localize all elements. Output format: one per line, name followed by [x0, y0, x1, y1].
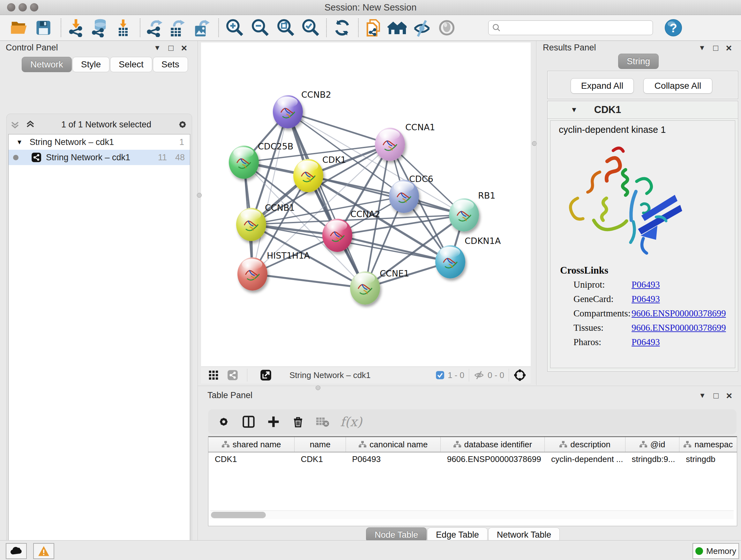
help-button[interactable]: ?: [664, 17, 683, 38]
export-table-button[interactable]: [167, 17, 186, 38]
cell-database-identifier: 9606.ENSP00000378699: [441, 454, 545, 464]
show-columns-icon[interactable]: [242, 415, 255, 428]
open-in-new-window-icon[interactable]: [260, 369, 272, 381]
network-node-CCNB1[interactable]: [236, 208, 266, 241]
network-canvas[interactable]: CCNB2CCNA1CDC25BCDK1CDC6RB1CCNB1CCNA2CDK…: [201, 43, 531, 367]
network-node-CDKN1A[interactable]: [435, 245, 465, 278]
network-row[interactable]: String Network – cdk1 11 48: [9, 150, 190, 165]
table-row[interactable]: CDK1 CDK1 P06493 9606.ENSP00000378699 cy…: [208, 452, 737, 466]
network-edge[interactable]: [288, 112, 365, 288]
import-network-database-button[interactable]: [90, 17, 109, 38]
add-column-icon[interactable]: [267, 415, 280, 428]
network-node-HIST1H1A[interactable]: [238, 257, 267, 291]
save-session-button[interactable]: [34, 17, 53, 38]
new-network-from-selection-button[interactable]: [364, 17, 384, 38]
horizontal-scrollbar[interactable]: [210, 510, 734, 519]
tab-network[interactable]: Network: [22, 57, 72, 72]
network-edge[interactable]: [337, 235, 450, 262]
search-input[interactable]: [501, 23, 640, 33]
column-header[interactable]: name: [294, 437, 346, 452]
memory-button[interactable]: Memory: [692, 543, 739, 559]
network-node-CDC6[interactable]: [389, 180, 419, 213]
apply-layout-button[interactable]: [333, 17, 352, 38]
hide-selected-button[interactable]: [412, 17, 431, 38]
delete-column-trash-icon[interactable]: [292, 415, 305, 428]
cell-name: CDK1: [294, 454, 346, 464]
crosslink-link[interactable]: P06493: [631, 337, 660, 348]
column-header[interactable]: namespac: [679, 437, 737, 452]
network-edge[interactable]: [288, 112, 390, 144]
panel-close-icon[interactable]: ×: [726, 43, 732, 53]
panel-menu-icon[interactable]: ▼: [698, 44, 705, 51]
network-collection-row[interactable]: ▼ String Network – cdk1 1: [9, 134, 190, 150]
tab-style[interactable]: Style: [72, 57, 110, 72]
share-view-icon[interactable]: [227, 370, 238, 381]
network-node-CCNE1[interactable]: [350, 271, 380, 305]
network-node-CCNB2[interactable]: [273, 95, 303, 128]
node-result-header[interactable]: ▼ CDK1: [548, 101, 738, 119]
cloud-services-button[interactable]: [6, 543, 27, 559]
grid-view-icon[interactable]: [208, 370, 219, 381]
search-field-container: [488, 20, 653, 35]
open-session-button[interactable]: [10, 17, 29, 38]
warnings-button[interactable]: [33, 543, 54, 559]
zoom-in-button[interactable]: [225, 17, 244, 38]
panel-close-icon[interactable]: ×: [726, 390, 732, 401]
save-floppy-icon: [35, 19, 52, 36]
table-toolbar: f(x): [208, 409, 737, 434]
network-node-RB1[interactable]: [449, 198, 479, 232]
show-all-button[interactable]: [437, 17, 456, 38]
houses-icon: [387, 18, 407, 37]
column-header[interactable]: description: [545, 437, 625, 452]
network-node-CCNA2[interactable]: [322, 219, 352, 252]
node-count: 11: [158, 152, 167, 163]
panel-menu-icon[interactable]: ▼: [154, 44, 161, 51]
crosslink-link[interactable]: P06493: [631, 294, 660, 304]
collapse-entry-icon[interactable]: ▼: [570, 106, 578, 114]
results-tabs: String: [618, 54, 659, 69]
tab-string[interactable]: String: [618, 54, 659, 69]
export-image-button[interactable]: [192, 17, 211, 38]
panel-close-icon[interactable]: ×: [181, 43, 187, 53]
tab-select[interactable]: Select: [110, 57, 152, 72]
first-neighbors-button[interactable]: [387, 17, 407, 38]
import-network-file-button[interactable]: [66, 17, 85, 38]
scrollbar-thumb[interactable]: [211, 512, 266, 518]
column-header[interactable]: canonical name: [346, 437, 441, 452]
search-icon: [492, 23, 501, 33]
selected-checkbox-icon[interactable]: [435, 371, 445, 380]
column-header[interactable]: @id: [625, 437, 680, 452]
import-table-file-button[interactable]: [114, 17, 133, 38]
expand-all-icon[interactable]: [25, 119, 36, 130]
birdseye-navigator-icon[interactable]: [514, 369, 526, 381]
left-splitter-handle[interactable]: [197, 193, 202, 198]
column-header[interactable]: database identifier: [441, 437, 545, 452]
export-network-button[interactable]: [145, 17, 164, 38]
panel-float-icon[interactable]: □: [169, 44, 174, 52]
crosslink-link[interactable]: 9606.ENSP00000378699: [631, 308, 726, 319]
collapse-all-button[interactable]: Collapse All: [643, 78, 712, 94]
collapse-all-icon[interactable]: [10, 119, 20, 130]
view-title: String Network – cdk1: [289, 370, 370, 380]
panel-menu-icon[interactable]: ▼: [699, 392, 706, 399]
gear-icon[interactable]: [177, 119, 188, 130]
network-edge[interactable]: [308, 176, 464, 215]
panel-float-icon[interactable]: □: [713, 44, 718, 52]
network-label: String Network – cdk1: [46, 152, 130, 163]
crosslink-link[interactable]: P06493: [631, 279, 660, 290]
hidden-eye-icon[interactable]: [474, 370, 484, 380]
tab-sets[interactable]: Sets: [153, 57, 188, 72]
panel-float-icon[interactable]: □: [714, 391, 719, 400]
zoom-fit-button[interactable]: [276, 17, 295, 38]
network-node-CDC25B[interactable]: [229, 145, 259, 179]
column-header[interactable]: shared name: [208, 437, 294, 452]
tree-expander-icon[interactable]: ▼: [16, 138, 23, 146]
network-node-CCNA1[interactable]: [375, 128, 405, 161]
crosslink-link[interactable]: 9606.ENSP00000378699: [631, 322, 726, 333]
network-edge[interactable]: [253, 274, 365, 288]
network-node-CDK1[interactable]: [293, 159, 323, 192]
zoom-out-button[interactable]: [250, 17, 269, 38]
zoom-selected-button[interactable]: [300, 17, 320, 38]
expand-all-button[interactable]: Expand All: [570, 78, 634, 94]
table-settings-gear-icon[interactable]: [217, 415, 230, 428]
